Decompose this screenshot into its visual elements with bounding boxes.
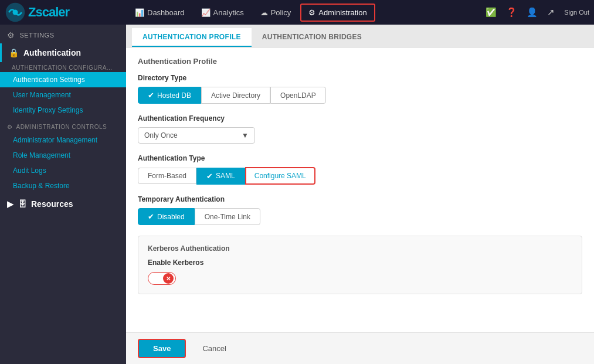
nav-item-analytics[interactable]: 📈 Analytics bbox=[194, 5, 251, 21]
kerberos-toggle-track[interactable]: ✕ bbox=[148, 272, 176, 285]
tab-auth-bridges[interactable]: Authentication Bridges bbox=[252, 28, 372, 47]
saml-label: SAML bbox=[216, 172, 235, 180]
cancel-button[interactable]: Cancel bbox=[193, 340, 235, 357]
tab-auth-bridges-label: Authentication Bridges bbox=[262, 33, 362, 41]
nav-icons: ✅ ❓ 👤 ↗ Sign Out bbox=[483, 5, 589, 20]
sidebar-admin-controls-label: ADMINISTRATION CONTROLS bbox=[16, 124, 107, 130]
directory-type-label: Directory Type bbox=[138, 74, 582, 82]
sidebar-link-administrator-mgmt[interactable]: Administrator Management bbox=[0, 132, 126, 148]
btn-disabled[interactable]: ✔ Disabled bbox=[138, 208, 195, 225]
nav-admin-label: Administration bbox=[318, 8, 366, 17]
form-based-label: Form-Based bbox=[148, 172, 186, 180]
sidebar-link-user-management[interactable]: User Management bbox=[0, 87, 126, 103]
auth-frequency-label: Authentication Frequency bbox=[138, 114, 582, 123]
sidebar-link-identity-proxy[interactable]: Identity Proxy Settings bbox=[0, 103, 126, 118]
auth-frequency-group: Authentication Frequency Only Once ▼ bbox=[138, 114, 582, 144]
analytics-icon: 📈 bbox=[201, 8, 211, 17]
openldap-label: OpenLDAP bbox=[280, 91, 316, 100]
disabled-check-icon: ✔ bbox=[148, 212, 154, 221]
chevron-right-icon: ▶ bbox=[7, 199, 13, 209]
tabs-bar: Authentication Profile Authentication Br… bbox=[126, 25, 594, 47]
sidebar-authentication-parent[interactable]: 🔒 Authentication bbox=[0, 43, 126, 62]
nav-policy-label: Policy bbox=[271, 8, 291, 17]
cancel-label: Cancel bbox=[202, 344, 226, 353]
hosted-db-check-icon: ✔ bbox=[148, 91, 154, 100]
sign-out-button[interactable]: Sign Out bbox=[564, 9, 589, 16]
sidebar-auth-settings-label: Authentication Settings bbox=[13, 76, 85, 84]
sidebar-role-mgmt-label: Role Management bbox=[13, 151, 70, 159]
sidebar-link-role-mgmt[interactable]: Role Management bbox=[0, 148, 126, 163]
active-directory-label: Active Directory bbox=[211, 91, 260, 100]
disabled-label: Disabled bbox=[157, 213, 185, 221]
main-layout: ⚙ Settings 🔒 Authentication AUTHENTICATI… bbox=[0, 25, 594, 364]
saml-check-icon: ✔ bbox=[206, 172, 213, 181]
sidebar-link-audit-logs[interactable]: Audit Logs bbox=[0, 163, 126, 178]
btn-hosted-db[interactable]: ✔ Hosted DB bbox=[138, 87, 201, 104]
svg-point-1 bbox=[13, 10, 18, 15]
sidebar-audit-logs-label: Audit Logs bbox=[13, 166, 46, 175]
auth-frequency-value: Only Once bbox=[144, 131, 178, 140]
directory-type-group: Directory Type ✔ Hosted DB Active Direct… bbox=[138, 74, 582, 104]
admin-icon: ⚙ bbox=[308, 8, 315, 17]
temp-auth-label: Temporary Authentication bbox=[138, 195, 582, 203]
hosted-db-label: Hosted DB bbox=[157, 91, 191, 100]
btn-one-time-link[interactable]: One-Time Link bbox=[195, 208, 260, 225]
btn-saml[interactable]: ✔ SAML bbox=[196, 168, 245, 185]
save-button[interactable]: Save bbox=[138, 339, 186, 358]
lock-icon: 🔒 bbox=[9, 48, 19, 57]
policy-icon: ☁ bbox=[260, 8, 268, 17]
auth-type-label: Authentication Type bbox=[138, 154, 582, 162]
nav-items: 📊 Dashboard 📈 Analytics ☁ Policy ⚙ Admin… bbox=[128, 4, 483, 22]
sidebar-link-auth-settings[interactable]: Authentication Settings bbox=[0, 72, 126, 87]
kerberos-toggle[interactable]: ✕ bbox=[148, 271, 177, 285]
sidebar-backup-restore-label: Backup & Restore bbox=[13, 182, 70, 190]
sidebar-link-backup-restore[interactable]: Backup & Restore bbox=[0, 178, 126, 193]
kerberos-enable-label: Enable Kerberos bbox=[148, 258, 572, 267]
checkmark-icon[interactable]: ✅ bbox=[483, 5, 499, 20]
tab-auth-profile[interactable]: Authentication Profile bbox=[132, 28, 252, 47]
export-icon[interactable]: ↗ bbox=[545, 5, 557, 20]
tab-auth-profile-label: Authentication Profile bbox=[142, 33, 241, 41]
one-time-link-label: One-Time Link bbox=[205, 213, 250, 221]
auth-frequency-select[interactable]: Only Once ▼ bbox=[138, 127, 255, 144]
sidebar-resources-label: Resources bbox=[31, 199, 73, 209]
configure-saml-label: Configure SAML bbox=[254, 172, 306, 180]
directory-type-buttons: ✔ Hosted DB Active Directory OpenLDAP bbox=[138, 87, 582, 104]
nav-dashboard-label: Dashboard bbox=[147, 8, 185, 17]
sidebar-admin-controls-header: ⚙ ADMINISTRATION CONTROLS bbox=[0, 118, 126, 132]
help-icon[interactable]: ❓ bbox=[504, 5, 520, 20]
kerberos-section-title: Kerberos Authentication bbox=[148, 244, 572, 253]
nav-item-administration[interactable]: ⚙ Administration bbox=[300, 4, 375, 22]
btn-active-directory[interactable]: Active Directory bbox=[201, 87, 270, 104]
main-content: Authentication Profile Authentication Br… bbox=[126, 25, 594, 364]
auth-config-header: AUTHENTICATION CONFIGURA... bbox=[0, 62, 126, 72]
sidebar-settings-header[interactable]: ⚙ Settings bbox=[0, 25, 126, 43]
kerberos-section: Kerberos Authentication Enable Kerberos … bbox=[138, 236, 582, 294]
bottom-actions: Save Cancel bbox=[126, 332, 594, 364]
auth-type-group: Authentication Type Form-Based ✔ SAML Co… bbox=[138, 154, 582, 185]
sidebar-auth-config-label: AUTHENTICATION CONFIGURA... bbox=[12, 64, 113, 71]
content-area: Authentication Profile Directory Type ✔ … bbox=[126, 47, 594, 332]
sidebar-settings-label: Settings bbox=[20, 32, 55, 39]
btn-openldap[interactable]: OpenLDAP bbox=[270, 87, 326, 104]
temp-auth-buttons: ✔ Disabled One-Time Link bbox=[138, 208, 582, 225]
settings-icon: ⚙ bbox=[7, 30, 15, 40]
zscaler-logo-icon bbox=[5, 2, 26, 23]
temp-auth-group: Temporary Authentication ✔ Disabled One-… bbox=[138, 195, 582, 225]
admin-controls-icon: ⚙ bbox=[7, 124, 13, 130]
top-nav: Zscaler 📊 Dashboard 📈 Analytics ☁ Policy… bbox=[0, 0, 594, 25]
chevron-down-icon: ▼ bbox=[242, 131, 249, 140]
user-icon[interactable]: 👤 bbox=[524, 5, 540, 20]
auth-type-buttons: Form-Based ✔ SAML Configure SAML bbox=[138, 167, 582, 185]
sidebar-identity-proxy-label: Identity Proxy Settings bbox=[13, 106, 83, 114]
sidebar-authentication-label: Authentication bbox=[23, 48, 81, 57]
sidebar-user-mgmt-label: User Management bbox=[13, 91, 71, 99]
nav-item-dashboard[interactable]: 📊 Dashboard bbox=[128, 5, 192, 21]
sidebar-resources-header[interactable]: ▶ 🗄 Resources bbox=[0, 193, 126, 215]
kerberos-toggle-thumb: ✕ bbox=[163, 273, 174, 284]
logo-text: Zscaler bbox=[28, 5, 69, 20]
sidebar: ⚙ Settings 🔒 Authentication AUTHENTICATI… bbox=[0, 25, 126, 364]
btn-configure-saml[interactable]: Configure SAML bbox=[245, 167, 315, 185]
nav-item-policy[interactable]: ☁ Policy bbox=[253, 5, 298, 21]
btn-form-based[interactable]: Form-Based bbox=[138, 168, 196, 184]
